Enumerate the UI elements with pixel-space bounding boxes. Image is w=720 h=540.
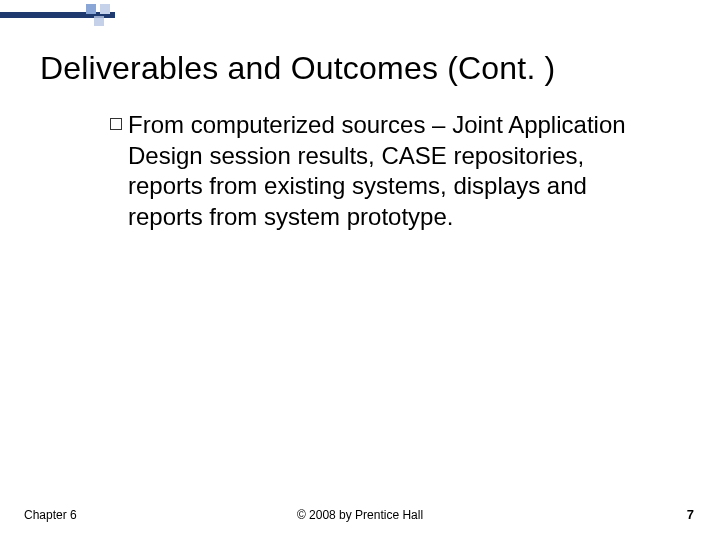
bullet-item: From computerized sources – Joint Applic… [110,110,660,233]
footer-copyright: © 2008 by Prentice Hall [0,508,720,522]
deco-square [100,4,110,14]
deco-square [86,4,96,14]
footer-page-number: 7 [687,507,694,522]
bullet-text: From computerized sources – Joint Applic… [128,110,660,233]
square-bullet-icon [110,118,122,130]
slide-title: Deliverables and Outcomes (Cont. ) [40,50,680,87]
slide: Deliverables and Outcomes (Cont. ) From … [0,0,720,540]
slide-body: From computerized sources – Joint Applic… [110,110,660,233]
slide-footer: Chapter 6 © 2008 by Prentice Hall 7 [0,502,720,522]
deco-square [94,16,104,26]
corner-decoration [0,0,120,28]
bullet-lead: From [128,111,184,138]
bullet-rest: computerized sources – Joint Application… [128,111,626,230]
